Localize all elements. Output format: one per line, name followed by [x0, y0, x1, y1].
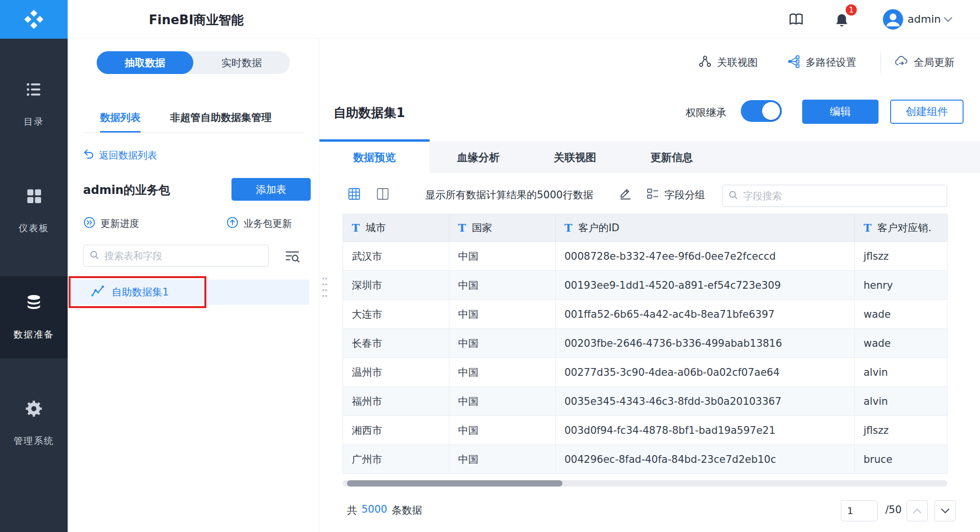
cell-customer-sales: wade — [855, 329, 948, 358]
text-field-type-icon: T — [864, 222, 871, 234]
panel-resize-handle[interactable] — [321, 276, 329, 301]
sidebar-item-label: 目录 — [24, 116, 44, 128]
cell-city: 温州市 — [343, 358, 449, 387]
tab-lineage-analysis[interactable]: 血缘分析 — [430, 142, 527, 173]
cell-customer-sales: jflszz — [855, 242, 948, 271]
tab-realtime-data[interactable]: 实时数据 — [193, 51, 290, 74]
cell-customer-id: 004296ec-8fad-40fa-84bd-23ce7d2eb10c — [556, 445, 855, 474]
back-arrow-icon — [83, 148, 94, 162]
dataset-list-item[interactable]: 自助数据集1 — [70, 280, 309, 305]
search-icon — [728, 190, 738, 202]
notification-badge: 1 — [845, 3, 858, 16]
user-avatar[interactable] — [882, 9, 904, 32]
upload-circle-icon — [226, 216, 239, 231]
page-number-input[interactable] — [841, 500, 878, 521]
global-update-button[interactable]: 全局更新 — [894, 54, 954, 71]
sidebar: 目录 仪表板 数据准备 — [0, 0, 68, 532]
permission-label: 权限继承 — [686, 106, 726, 119]
column-header-customer-sales[interactable]: T客户对应销. — [855, 214, 948, 242]
catalog-list-icon — [25, 81, 43, 100]
app-title: FineBI商业智能 — [149, 12, 244, 29]
cell-city: 长春市 — [343, 329, 449, 358]
total-prefix: 共 — [347, 503, 357, 517]
create-component-button[interactable]: 创建组件 — [890, 100, 964, 124]
back-to-data-list-link[interactable]: 返回数据列表 — [83, 148, 157, 162]
page-up-button[interactable] — [907, 500, 928, 521]
sidebar-item-data-preparation[interactable]: 数据准备 — [0, 276, 68, 358]
dashboard-grid-icon — [25, 187, 43, 207]
toggle-knob — [762, 102, 780, 120]
cell-country: 中国 — [449, 416, 556, 445]
field-search-box — [722, 185, 947, 207]
tab-extract-data[interactable]: 抽取数据 — [97, 51, 193, 74]
sidebar-item-label: 数据准备 — [14, 328, 54, 341]
tab-data-list[interactable]: 数据列表 — [100, 104, 141, 133]
card-view-icon[interactable] — [376, 187, 389, 203]
update-progress-button[interactable]: 更新进度 — [83, 216, 139, 231]
permission-toggle[interactable] — [741, 100, 782, 122]
table-row: 长春市 中国 00203fbe-2646-4736-b336-499abab13… — [343, 329, 948, 358]
cell-customer-sales: alvin — [855, 358, 948, 387]
field-search-input[interactable] — [743, 190, 941, 202]
page-total-label: /50 — [885, 504, 902, 516]
page-down-button[interactable] — [935, 500, 956, 521]
cell-country: 中国 — [449, 445, 556, 474]
horizontal-scrollbar-thumb[interactable] — [347, 480, 562, 487]
table-row: 温州市 中国 00277d35-3c90-4dea-a06b-0a02cf07a… — [343, 358, 948, 387]
cell-customer-id: 00277d35-3c90-4dea-a06b-0a02cf07ae64 — [556, 358, 855, 387]
cell-customer-id: 00203fbe-2646-4736-b336-499abab13816 — [556, 329, 855, 358]
table-header-row: T城市 T国家 T客户的ID T客户对应销. — [343, 214, 948, 242]
cell-city: 福州市 — [343, 387, 449, 416]
username-label[interactable]: admin — [908, 13, 941, 25]
total-count: 5000 — [361, 503, 387, 517]
text-field-type-icon: T — [458, 222, 466, 234]
cell-country: 中国 — [449, 300, 556, 329]
chevron-down-icon[interactable] — [943, 16, 953, 25]
package-title: admin的业务包 — [83, 182, 170, 198]
cell-city: 湘西市 — [343, 416, 449, 445]
table-row: 大连市 中国 001ffa52-6b65-4a42-ac4b-8ea71bfe6… — [343, 300, 948, 329]
edit-pencil-icon[interactable] — [619, 187, 632, 202]
progress-circle-icon — [83, 216, 96, 231]
field-group-icon[interactable] — [646, 187, 659, 202]
sidebar-item-admin-system[interactable]: 管理系统 — [0, 383, 68, 465]
sidebar-item-dashboard[interactable]: 仪表板 — [0, 170, 68, 252]
cell-city: 广州市 — [343, 445, 449, 474]
tab-data-preview[interactable]: 数据预览 — [319, 142, 430, 173]
text-field-type-icon: T — [352, 222, 360, 234]
cell-customer-sales: bruce — [855, 445, 948, 474]
table-search-input[interactable] — [104, 250, 262, 262]
database-icon — [25, 294, 43, 313]
total-rows-text: 共 5000 条数据 — [347, 503, 422, 517]
text-field-type-icon: T — [564, 222, 572, 234]
table-row: 武汉市 中国 0008728e-b332-47ee-9f6d-0ee7e2fce… — [343, 242, 948, 271]
relation-view-label: 关联视图 — [717, 56, 758, 69]
cell-country: 中国 — [449, 271, 556, 300]
tab-update-info[interactable]: 更新信息 — [623, 142, 720, 173]
column-label: 国家 — [472, 221, 492, 235]
multipath-settings-button[interactable]: 多路径设置 — [787, 54, 856, 71]
multipath-icon — [787, 55, 800, 71]
tab-non-admin-dataset-management[interactable]: 非超管自助数据集管理 — [170, 104, 272, 133]
package-update-button[interactable]: 业务包更新 — [226, 216, 292, 231]
cell-customer-id: 001ffa52-6b65-4a42-ac4b-8ea71bfe6397 — [556, 300, 855, 329]
filter-search-icon[interactable] — [284, 248, 301, 266]
column-header-city[interactable]: T城市 — [343, 214, 449, 242]
finebi-logo-icon[interactable] — [0, 0, 68, 39]
table-view-icon[interactable] — [347, 187, 361, 203]
edit-button[interactable]: 编辑 — [802, 100, 879, 124]
column-label: 城市 — [365, 221, 386, 235]
add-table-button[interactable]: 添加表 — [231, 178, 311, 201]
help-book-icon[interactable] — [788, 12, 804, 30]
column-header-country[interactable]: T国家 — [449, 214, 556, 242]
content-tabs: 数据预览 血缘分析 关联视图 更新信息 — [319, 142, 980, 173]
column-header-customer-id[interactable]: T客户的ID — [556, 214, 855, 242]
relation-view-button[interactable]: 关联视图 — [698, 54, 758, 71]
cell-city: 大连市 — [343, 300, 449, 329]
sidebar-item-directory[interactable]: 目录 — [0, 63, 68, 146]
tab-relation-view[interactable]: 关联视图 — [527, 142, 623, 173]
field-group-label[interactable]: 字段分组 — [664, 188, 705, 202]
search-icon — [89, 250, 100, 262]
update-progress-label: 更新进度 — [101, 217, 139, 230]
dataset-item-label: 自助数据集1 — [112, 285, 169, 299]
